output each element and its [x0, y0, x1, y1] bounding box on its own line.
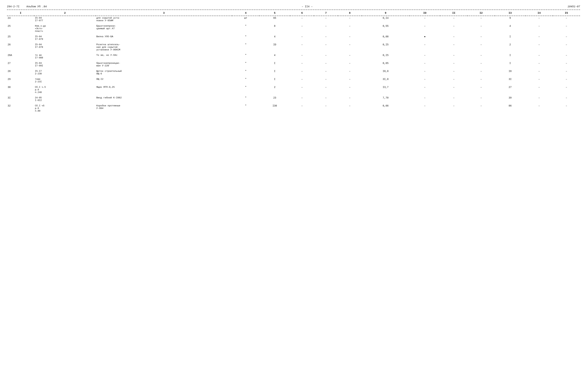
cell-col-8: – — [338, 69, 362, 76]
cell-col-15: – — [553, 16, 580, 22]
cell-col-10: – — [409, 61, 440, 68]
cell-col-11: – — [440, 42, 467, 52]
cell-col-1: 30 — [7, 85, 34, 94]
cell-col-14: – — [525, 96, 553, 102]
cell-col-2: I5-I72-230 — [34, 69, 96, 76]
cell-col-2: I5-04I7-078 — [34, 42, 96, 52]
cell-col-3: Щиток строительныйОЩ-6 — [96, 69, 232, 76]
cell-col-5: 8 — [259, 24, 290, 33]
cell-col-2: тоже2-23I — [34, 77, 96, 84]
cell-col-13: I — [495, 34, 525, 41]
cell-col-4: " — [232, 96, 259, 102]
cell-col-13: 3I — [495, 77, 525, 84]
cell-col-10: – — [409, 16, 440, 22]
col-header-1: I — [7, 10, 34, 16]
cell-col-15: – — [553, 53, 580, 60]
cell-col-1: 26 — [7, 42, 34, 52]
table-row: 29тоже2-23IОЩ-I2"I–––3I,0–––3I–– — [7, 77, 580, 84]
cell-col-14: – — [525, 69, 553, 76]
row-spacer — [7, 60, 580, 61]
col-header-11: II — [440, 10, 467, 16]
cell-col-3: Брызгонепрони-цаемый арт.47 — [96, 24, 232, 33]
col-header-2: 2 — [34, 10, 96, 16]
cell-col-4: " — [232, 69, 259, 76]
table-row: 26Ато жеI7-088То же, но У-94с"4–––0,I5––… — [7, 53, 580, 60]
cell-col-13: 39 — [495, 96, 525, 102]
cell-col-1: 3I — [7, 96, 34, 102]
cell-col-4: " — [232, 42, 259, 52]
table-row: 32Сб.I ч5р.6п.80Коробки протяжныеУ-994"I… — [7, 104, 580, 113]
cell-col-11: – — [440, 69, 467, 76]
cell-col-13: I — [495, 61, 525, 68]
cell-col-10: – — [409, 69, 440, 76]
cell-col-15: – — [553, 61, 580, 68]
cell-col-11: – — [440, 61, 467, 68]
col-header-13: I3 — [495, 10, 525, 16]
cell-col-7: – — [314, 69, 338, 76]
cell-col-7: – — [314, 104, 338, 113]
main-table: I 2 3 4 5 6 7 8 9 IO II I2 I3 I4 I5 24I5… — [7, 10, 580, 114]
table-row: 24I5-04I7-077для скрытой уста-новки У-85… — [7, 16, 580, 22]
cell-col-5: I30 — [259, 104, 290, 113]
cell-col-2: I5-04I7-079 — [34, 34, 96, 41]
cell-col-11: – — [440, 34, 467, 41]
cell-col-8: – — [338, 42, 362, 52]
col-header-10: IO — [409, 10, 440, 16]
page-number: 18451-07 — [567, 5, 580, 8]
cell-col-1: 25 — [7, 34, 34, 41]
cell-col-4: " — [232, 85, 259, 94]
page-header: 294-2-7I Альбом УП .84 – II4 – 18451-07 — [7, 5, 580, 8]
cell-col-8: – — [338, 24, 362, 33]
cell-col-3: ОЩ-I2 — [96, 77, 232, 84]
cell-col-10: – — [409, 24, 440, 33]
cell-col-14: – — [525, 61, 553, 68]
row-spacer — [7, 33, 580, 34]
cell-col-14: – — [525, 42, 553, 52]
cell-col-5: 65 — [259, 16, 290, 22]
cell-col-9: 0,I5 — [362, 53, 409, 60]
cell-col-14: – — [525, 53, 553, 60]
col-header-5: 5 — [259, 10, 290, 16]
cell-col-11: – — [440, 96, 467, 102]
cell-col-9: 0,55 — [362, 24, 409, 33]
cell-col-1: 24 — [7, 16, 34, 22]
cell-col-6: – — [290, 42, 314, 52]
cell-col-1: 29 — [7, 77, 34, 84]
cell-col-2: Сб.I ч.5р.6п.240 — [34, 85, 96, 94]
table-row: 26I5-04I7-078Розетка штепсель-ная для ск… — [7, 42, 580, 52]
cell-col-1: 27 — [7, 61, 34, 68]
cell-col-3: Ввод гибкий К-I082 — [96, 96, 232, 102]
cell-col-3: брызгонепроницае-мая У-220 — [96, 61, 232, 68]
cell-col-13: 27 — [495, 85, 525, 94]
cell-col-6: – — [290, 34, 314, 41]
cell-col-7: – — [314, 85, 338, 94]
table-row: 28I5-I72-230Щиток строительныйОЩ-6"I–––I… — [7, 69, 580, 76]
cell-col-3: То же, но У-94с — [96, 53, 232, 60]
cell-col-15: – — [553, 77, 580, 84]
cell-col-13: 86 — [495, 104, 525, 113]
cell-col-9: 7,70 — [362, 96, 409, 102]
cell-col-15: – — [553, 104, 580, 113]
cell-col-9: I8,0 — [362, 69, 409, 76]
cell-col-8: – — [338, 77, 362, 84]
cell-col-6: – — [290, 77, 314, 84]
cell-col-15: – — [553, 24, 580, 33]
cell-col-9: 0,I4 — [362, 16, 409, 22]
row-spacer — [7, 52, 580, 53]
row-spacer — [7, 113, 580, 114]
table-row: 30Сб.I ч.5р.6п.240Ящик ЯТП-0,25"2–––I3,7… — [7, 85, 580, 94]
cell-col-3: для скрытой уста-новки У-85АМ — [96, 16, 232, 22]
cell-col-15: – — [553, 69, 580, 76]
cell-col-12: – — [467, 42, 495, 52]
cell-col-15: – — [553, 34, 580, 41]
cell-col-13: I — [495, 53, 525, 60]
cell-col-7: – — [314, 34, 338, 41]
row-spacer — [7, 84, 580, 85]
table-row: 27I5-04I7-09Iбрызгонепроницае-мая У-220"… — [7, 61, 580, 68]
cell-col-6: – — [290, 85, 314, 94]
row-spacer — [7, 76, 580, 77]
col-header-3: 3 — [96, 10, 232, 16]
cell-col-10: – — [409, 85, 440, 94]
table-row: 25I5-04I7-079Вилка У95-БА"4–––0,08●––I–– — [7, 34, 580, 41]
table-row: 25Ном.з-да«Эсто-пласт»Брызгонепрони-цаем… — [7, 24, 580, 33]
